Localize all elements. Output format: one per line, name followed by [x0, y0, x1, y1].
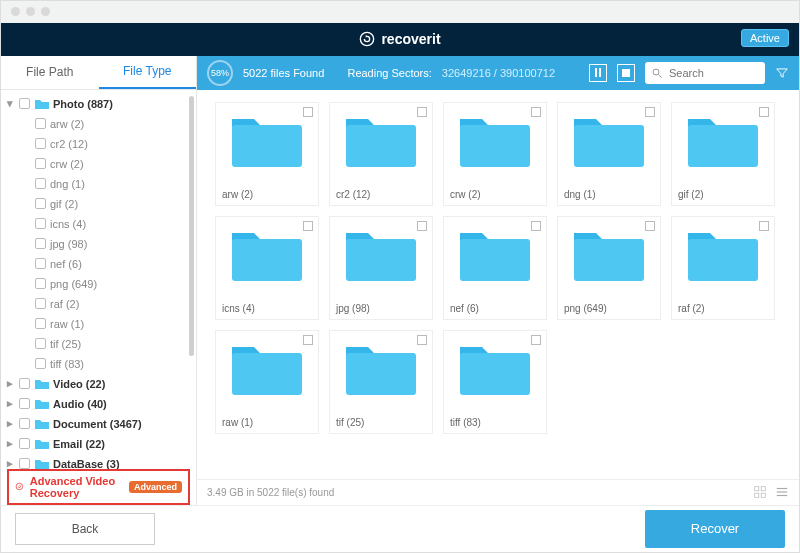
- tree-group-email[interactable]: ▸Email (22): [1, 434, 196, 454]
- checkbox[interactable]: [19, 398, 30, 409]
- tree-child[interactable]: dng (1): [1, 174, 196, 194]
- folder-name: nef (6): [450, 303, 479, 314]
- checkbox[interactable]: [35, 318, 46, 329]
- checkbox[interactable]: [35, 178, 46, 189]
- tree-label: DataBase (3): [53, 458, 120, 469]
- tree-child[interactable]: tif (25): [1, 334, 196, 354]
- checkbox[interactable]: [35, 198, 46, 209]
- chevron-right-icon[interactable]: ▸: [5, 437, 15, 450]
- folder-card[interactable]: dng (1): [557, 102, 661, 206]
- tree-group-video[interactable]: ▸Video (22): [1, 374, 196, 394]
- folder-card[interactable]: raf (2): [671, 216, 775, 320]
- tab-file-path[interactable]: File Path: [1, 56, 99, 89]
- checkbox[interactable]: [35, 278, 46, 289]
- checkbox[interactable]: [35, 338, 46, 349]
- tree-scrollbar[interactable]: [189, 96, 194, 356]
- svg-rect-7: [755, 494, 759, 498]
- traffic-max-icon[interactable]: [41, 7, 50, 16]
- file-type-tree: ▾ Photo (887) arw (2) cr2 (12) crw (2) d…: [1, 90, 196, 469]
- checkbox[interactable]: [19, 98, 30, 109]
- traffic-min-icon[interactable]: [26, 7, 35, 16]
- checkbox[interactable]: [531, 221, 541, 231]
- tree-child[interactable]: icns (4): [1, 214, 196, 234]
- tree-group-audio[interactable]: ▸Audio (40): [1, 394, 196, 414]
- tree-child[interactable]: raf (2): [1, 294, 196, 314]
- tree-child[interactable]: cr2 (12): [1, 134, 196, 154]
- checkbox[interactable]: [417, 221, 427, 231]
- search-input[interactable]: [669, 67, 749, 79]
- checkbox[interactable]: [303, 221, 313, 231]
- checkbox[interactable]: [531, 335, 541, 345]
- advanced-video-recovery[interactable]: Advanced Video Recovery Advanced: [7, 469, 190, 505]
- checkbox[interactable]: [417, 335, 427, 345]
- checkbox[interactable]: [303, 335, 313, 345]
- active-badge[interactable]: Active: [741, 29, 789, 47]
- folder-card[interactable]: arw (2): [215, 102, 319, 206]
- chevron-down-icon[interactable]: ▾: [5, 97, 15, 110]
- tree-group-document[interactable]: ▸Document (3467): [1, 414, 196, 434]
- checkbox[interactable]: [19, 438, 30, 449]
- folder-card[interactable]: jpg (98): [329, 216, 433, 320]
- tree-child[interactable]: jpg (98): [1, 234, 196, 254]
- pause-button[interactable]: [589, 64, 607, 82]
- checkbox[interactable]: [19, 378, 30, 389]
- svg-point-1: [361, 33, 374, 46]
- checkbox[interactable]: [35, 238, 46, 249]
- folder-card[interactable]: tif (25): [329, 330, 433, 434]
- checkbox[interactable]: [35, 158, 46, 169]
- tree-child[interactable]: nef (6): [1, 254, 196, 274]
- checkbox[interactable]: [303, 107, 313, 117]
- tree-label: nef (6): [50, 258, 82, 270]
- checkbox[interactable]: [35, 298, 46, 309]
- checkbox[interactable]: [19, 458, 30, 469]
- chevron-right-icon[interactable]: ▸: [5, 377, 15, 390]
- folder-name: crw (2): [450, 189, 481, 200]
- recover-button[interactable]: Recover: [645, 510, 785, 548]
- tree-child[interactable]: tiff (83): [1, 354, 196, 374]
- folder-card[interactable]: icns (4): [215, 216, 319, 320]
- tree-child[interactable]: gif (2): [1, 194, 196, 214]
- chevron-right-icon[interactable]: ▸: [5, 397, 15, 410]
- folder-card[interactable]: png (649): [557, 216, 661, 320]
- tree-child[interactable]: png (649): [1, 274, 196, 294]
- checkbox[interactable]: [759, 221, 769, 231]
- sidebar: File Path File Type ▾ Photo (887) arw (2…: [1, 56, 197, 505]
- tree-child[interactable]: raw (1): [1, 314, 196, 334]
- checkbox[interactable]: [417, 107, 427, 117]
- checkbox[interactable]: [645, 107, 655, 117]
- checkbox[interactable]: [35, 138, 46, 149]
- folder-icon: [686, 225, 760, 283]
- filter-icon[interactable]: [775, 66, 789, 80]
- chevron-right-icon[interactable]: ▸: [5, 417, 15, 430]
- folder-card[interactable]: crw (2): [443, 102, 547, 206]
- checkbox[interactable]: [759, 107, 769, 117]
- checkbox[interactable]: [531, 107, 541, 117]
- checkbox[interactable]: [35, 358, 46, 369]
- tree-child[interactable]: crw (2): [1, 154, 196, 174]
- tree-label: tif (25): [50, 338, 81, 350]
- chevron-right-icon[interactable]: ▸: [5, 457, 15, 469]
- grid-view-icon[interactable]: [753, 485, 767, 499]
- folder-card[interactable]: raw (1): [215, 330, 319, 434]
- checkbox[interactable]: [19, 418, 30, 429]
- back-button[interactable]: Back: [15, 513, 155, 545]
- checkbox[interactable]: [35, 258, 46, 269]
- tree-child[interactable]: arw (2): [1, 114, 196, 134]
- tree-group-database[interactable]: ▸DataBase (3): [1, 454, 196, 469]
- traffic-close-icon[interactable]: [11, 7, 20, 16]
- tab-file-type[interactable]: File Type: [99, 56, 197, 89]
- search-box[interactable]: [645, 62, 765, 84]
- folder-card[interactable]: cr2 (12): [329, 102, 433, 206]
- checkbox[interactable]: [645, 221, 655, 231]
- footer: Back Recover: [1, 505, 799, 552]
- folder-card[interactable]: nef (6): [443, 216, 547, 320]
- list-view-icon[interactable]: [775, 485, 789, 499]
- tree-root-photo[interactable]: ▾ Photo (887): [1, 94, 196, 114]
- folder-card[interactable]: gif (2): [671, 102, 775, 206]
- stop-button[interactable]: [617, 64, 635, 82]
- folder-card[interactable]: tiff (83): [443, 330, 547, 434]
- checkbox[interactable]: [35, 218, 46, 229]
- svg-rect-8: [761, 494, 765, 498]
- tree-label: raf (2): [50, 298, 79, 310]
- checkbox[interactable]: [35, 118, 46, 129]
